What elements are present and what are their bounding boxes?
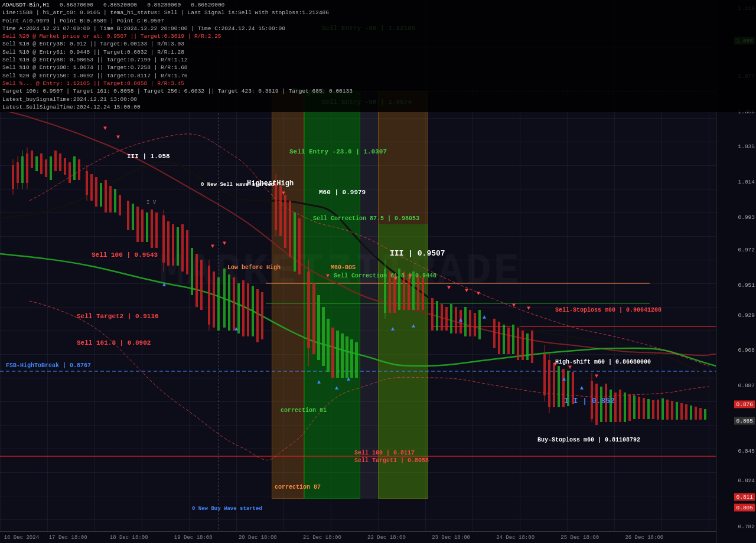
price-0929: 0.929 [738,312,755,318]
svg-rect-75 [317,295,320,360]
time-dec22: 22 Dec 18:00 [367,535,406,541]
time-axis: 16 Dec 2024 17 Dec 18:00 18 Dec 18:00 19… [0,531,716,543]
price-0811: 0.811 [734,493,755,501]
svg-rect-90 [408,274,410,310]
svg-rect-112 [526,333,529,360]
price-0972: 0.972 [738,247,755,253]
svg-text:▲: ▲ [562,376,566,382]
svg-rect-107 [503,325,505,354]
price-0887: 0.887 [738,382,755,389]
svg-text:▼: ▼ [282,190,285,197]
price-0865: 0.865 [734,417,755,425]
price-9507-label: III | 0.9507 [390,249,445,258]
svg-text:▼: ▼ [211,243,214,250]
svg-rect-94 [431,298,434,331]
header-line-13: Latest_buySignalTime:2024.12.21 13:00:00 [2,96,754,103]
time-dec18: 18 Dec 18:00 [110,535,148,541]
svg-rect-39 [146,212,148,242]
svg-text:▼: ▼ [326,273,330,279]
sell-stoploss-label: Sell-Stoploss m60 | 0.90641208 [555,307,662,313]
svg-rect-109 [512,325,514,354]
price-0876: 0.876 [734,401,755,408]
svg-rect-74 [312,283,315,354]
svg-text:▲: ▲ [412,323,415,329]
symbol-label: ADAUSDT-Bin,H1 [2,2,50,8]
header-line-12: Target 100: 0.9507 | Target 161: 0.8058 … [2,87,754,95]
svg-rect-21 [59,153,61,171]
sell-100-main-label: Sell 100 | 0.9543 [92,251,158,259]
svg-rect-131 [624,392,626,422]
svg-rect-62 [252,286,254,336]
time-dec16: 16 Dec 2024 [4,535,39,541]
time-dec21: 21 Dec 18:00 [303,535,341,541]
svg-rect-118 [553,363,555,407]
sell-161-label: Sell 161.8 | 0.8902 [77,339,151,346]
svg-rect-24 [73,156,76,180]
m60-price-label: M60 | 0.9979 [319,189,366,196]
high-shift-label: High-shift m60 | 0.86680000 [555,359,651,365]
svg-rect-35 [127,201,129,230]
price-0908: 0.908 [738,347,755,354]
sell-target2-label: Sell Target2 | 0.9116 [77,313,159,320]
svg-rect-45 [172,224,174,266]
new-buy-wave-label: 0 New Buy Wave started [192,506,262,512]
header-line-10: Sell %20 @ Entry150: 1.0692 || Target:0.… [2,72,754,80]
svg-rect-144 [685,404,687,420]
svg-rect-98 [450,304,452,333]
svg-rect-51 [200,260,203,310]
time-dec25: 25 Dec 18:00 [561,535,599,541]
svg-rect-81 [346,336,348,378]
svg-rect-147 [699,408,702,420]
header-line-2: Line:1588 | h1_atr_c0: 0.0105 | tema_h1_… [2,9,754,17]
svg-rect-105 [493,319,496,348]
svg-text:▼: ▼ [223,240,226,247]
header-line-4: Time A:2024.12.21 07:00:00 | Time B:2024… [2,25,754,32]
svg-rect-139 [662,398,664,420]
sell-entry-23-label: Sell Entry -23.6 | 1.0307 [289,148,387,155]
svg-rect-133 [633,395,636,419]
svg-rect-130 [619,390,621,422]
svg-text:▼: ▼ [447,284,451,291]
header-line-3: Point A:0.9979 | Point B:0.8589 | Point … [2,17,754,25]
svg-rect-148 [704,409,706,420]
svg-text:▲: ▲ [391,326,395,332]
svg-rect-80 [341,333,344,378]
svg-text:▲: ▲ [459,317,462,323]
svg-text:▼: ▼ [477,290,480,297]
svg-rect-113 [531,331,533,363]
svg-rect-79 [336,331,339,378]
svg-rect-40 [151,210,153,248]
svg-rect-25 [78,159,80,180]
svg-text:▼: ▼ [116,134,120,140]
svg-rect-76 [322,307,325,366]
time-dec20: 20 Dec 18:00 [239,535,277,541]
price-852-label: I I | 0.852 [564,397,615,405]
svg-rect-136 [647,399,650,419]
svg-rect-101 [464,307,467,336]
svg-rect-97 [445,307,448,331]
svg-rect-106 [498,322,500,354]
price-0782: 0.782 [738,524,755,530]
svg-text:▲: ▲ [335,385,338,391]
svg-rect-141 [671,401,673,420]
svg-rect-16 [35,156,38,171]
svg-rect-41 [155,212,158,248]
svg-rect-15 [31,151,33,168]
time-dec26: 26 Dec 18:00 [625,535,663,541]
svg-rect-135 [643,398,645,419]
svg-rect-70 [294,212,296,272]
price-0805: 0.805 [734,504,755,512]
sell-correction-87-label: Sell Correction 87.5 | 0.98053 [313,215,419,222]
svg-rect-54 [213,272,215,328]
price-1035: 1.035 [738,143,755,150]
svg-rect-46 [177,227,179,266]
svg-rect-34 [119,195,121,215]
svg-rect-37 [136,207,139,242]
svg-rect-28 [90,174,93,201]
svg-rect-78 [331,328,334,378]
svg-text:I V: I V [146,199,157,205]
svg-rect-36 [132,204,134,230]
price-0824: 0.824 [738,477,755,484]
svg-rect-57 [228,274,230,331]
svg-rect-128 [610,390,612,422]
